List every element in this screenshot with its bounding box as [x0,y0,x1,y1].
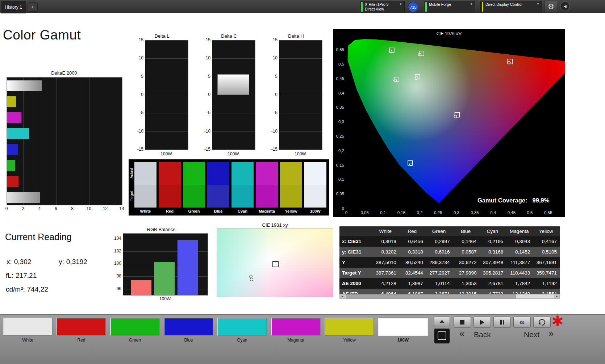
reading-y: y:0,3192 [59,258,87,266]
y-axis-tick: 0,35 [336,105,344,109]
deltae-bar-blue [7,144,18,155]
x-axis-tick: 0,45 [508,210,516,215]
collapse-panel-button[interactable]: ◀ [560,1,570,11]
x-axis-label: 100W [212,151,255,156]
x-axis-tick: 4 [35,206,44,211]
y-axis-tick: -5 [269,110,278,115]
patch-button-magenta[interactable]: Magenta [271,318,321,343]
patch-button-red[interactable]: Red [57,318,106,343]
y-axis-tick: 15 [202,37,210,42]
x-axis-tick: 14 [117,206,126,211]
gridline [89,78,89,205]
table-cell: 4,7733 [479,289,506,294]
swatch-column-magenta: Magenta [256,162,278,215]
table-cell: 277,2927 [426,268,452,278]
stop-button[interactable] [454,317,471,328]
table-cell: 2,6781 [479,278,506,289]
patch-label: Green [110,338,160,343]
gamut-horseshoe [333,29,565,217]
patch-button-green[interactable]: Green [110,318,160,343]
x-axis-tick: 0,4 [490,210,496,215]
x-axis-tick: 10 [84,206,93,211]
patch-swatch [325,318,374,336]
rgb-bar-red [131,280,152,295]
x-axis-tick: 2 [18,206,27,211]
scroll-left-icon[interactable]: ◄ [340,294,345,298]
swatch-column-green: Green [183,162,205,215]
table-cell: 0,5105 [533,247,559,257]
meter-dropdown[interactable]: X-Rite i1Pro 3 Direct View ▼ [360,1,405,13]
table-cell: 0,3202 [372,247,399,257]
pause-button[interactable] [493,317,511,328]
y-axis-tick: 5 [269,74,278,79]
patch-button-cyan[interactable]: Cyan [217,318,267,343]
target-swatch [159,185,181,208]
next-button[interactable]: Next [522,330,542,339]
patch-button-100w[interactable]: 100W [378,318,428,343]
y-axis-tick: -5 [135,110,143,115]
gridline [123,239,208,239]
scrollbar-thumb[interactable] [346,294,516,298]
loop-icon [537,318,546,327]
scroll-right-icon[interactable]: ► [554,294,559,298]
column-header: Cyan [479,226,506,236]
swatch-column-cyan: Cyan [231,162,254,215]
patch-button-yellow[interactable]: Yellow [325,318,374,343]
back-button[interactable]: Back [472,330,493,339]
settings-button[interactable]: ⚙ [544,1,558,12]
swatch-label: Red [159,208,181,215]
y-axis-tick: 0,05 [336,192,344,196]
gridline [212,150,255,150]
measurement-table: WhiteRedGreenBlueCyanMagentaYellow x: CI… [339,226,560,294]
y-axis-tick: 0 [202,92,210,97]
patch-label: Cyan [217,338,267,343]
deltae-bar-magenta [7,112,21,123]
delta-l-chart: Delta L151050-5-10-15100W [135,33,189,160]
loop-button[interactable] [533,317,551,328]
gear-icon: ⚙ [548,2,554,11]
x-axis-tick: 0,25 [434,210,442,215]
column-header: Magenta [506,226,533,236]
back-chevrons-icon[interactable]: « [457,328,467,340]
display-control-dropdown[interactable]: Direct Display Control ▼ [480,1,542,13]
next-chevrons-icon[interactable]: » [546,328,556,340]
page-title: Color Gamut [3,28,81,43]
continuous-read-button[interactable]: ∞ [513,317,531,328]
patch-window-button[interactable] [434,328,450,344]
display-status-indicator [482,2,483,12]
table-cell: 0,0587 [452,247,479,257]
y-axis-tick: 0,3 [338,120,344,124]
expand-panel-button[interactable] [434,317,450,326]
y-axis-tick: -10 [202,129,210,134]
gridline [279,150,322,150]
delta-plot [279,40,322,150]
add-tab-button[interactable]: + [28,2,38,12]
gridline [212,58,255,59]
y-axis-tick: 0,15 [336,163,344,167]
table-cell: 367,1691 [533,257,559,268]
y-axis-tick: 98 [114,273,121,279]
play-button[interactable] [473,317,491,328]
gridline [145,131,188,132]
current-reading-title: Current Reading [5,232,71,242]
actual-swatch [134,162,157,185]
chart-title: CIE 1976 u'v' [333,31,565,36]
table-cell: 0 [559,236,560,247]
tab-history-1[interactable]: History 1 [1,1,26,13]
table-cell: 1,3987 [399,278,426,289]
chevron-down-icon: ▼ [537,3,539,6]
swatch-column-100w: 100W [304,162,326,215]
y-axis-tick: 15 [135,37,143,42]
table-cell: 0,2195 [479,236,506,247]
source-dropdown[interactable]: Mobile Forge ▼ [424,1,475,13]
deltae2000-plot [7,77,122,205]
y-axis-tick: 15 [269,37,278,42]
table-cell: 6,1867 [399,289,426,294]
patch-button-white[interactable]: White [3,318,53,343]
table-header-row: WhiteRedGreenBlueCyanMagentaYellow [339,226,560,236]
gridline [40,78,40,205]
table-horizontal-scrollbar[interactable]: ◄ ► [339,294,560,299]
y-axis-tick: 104 [114,236,121,241]
patch-button-blue[interactable]: Blue [164,318,213,343]
patch-label: 100W [378,338,428,343]
